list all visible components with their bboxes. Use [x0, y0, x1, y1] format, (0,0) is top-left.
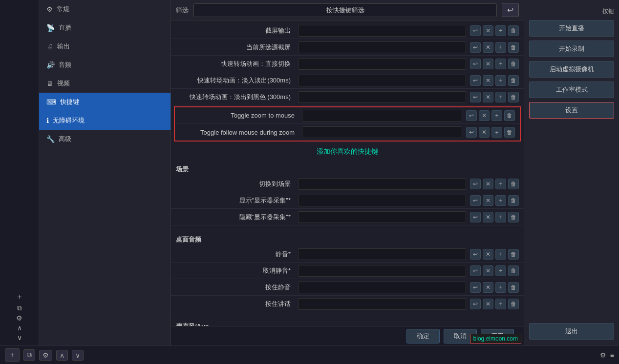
nav-hotkeys[interactable]: ⌨ 快捷键: [39, 93, 171, 111]
toolbar-copy-btn[interactable]: ⧉: [23, 349, 35, 361]
toolbar-down-btn[interactable]: ∨: [72, 350, 84, 361]
shortcut-key-push-talk[interactable]: [298, 298, 466, 310]
toolbar-menu-icon[interactable]: ≡: [610, 351, 614, 359]
nav-accessibility[interactable]: ℹ 无障碍环境: [39, 111, 171, 130]
add-btn-12[interactable]: ＋: [495, 265, 506, 276]
reset-btn-4[interactable]: ↩: [470, 75, 481, 86]
shortcut-key-transition-fade[interactable]: [298, 75, 466, 86]
sidebar-add-btn[interactable]: ＋: [16, 292, 23, 302]
shortcut-key-source-screenshot[interactable]: [298, 41, 466, 53]
reset-btn[interactable]: ↩: [470, 25, 481, 36]
reset-btn-13[interactable]: ↩: [470, 282, 481, 293]
reset-btn-10[interactable]: ↩: [470, 212, 481, 222]
toolbar-gear-btn[interactable]: ⚙: [39, 350, 52, 361]
nav-audio[interactable]: 🔊 音频: [39, 56, 171, 74]
add-btn-7[interactable]: ＋: [491, 127, 502, 138]
add-btn-9[interactable]: ＋: [495, 195, 506, 206]
delete-btn-3[interactable]: 🗑: [508, 59, 519, 69]
reset-btn-3[interactable]: ↩: [470, 59, 481, 69]
nav-output[interactable]: 🖨 输出: [39, 37, 171, 56]
toolbar-up-btn[interactable]: ∧: [56, 350, 68, 361]
shortcut-key-screenshot-output[interactable]: [298, 25, 466, 37]
clear-btn-10[interactable]: ✕: [483, 212, 493, 222]
clear-btn-5[interactable]: ✕: [483, 92, 493, 102]
reset-btn-11[interactable]: ↩: [470, 249, 481, 260]
shortcut-key-hide-display[interactable]: [298, 211, 466, 223]
reset-btn-14[interactable]: ↩: [470, 299, 481, 309]
delete-btn-10[interactable]: 🗑: [508, 212, 519, 222]
shortcut-key-transition-black[interactable]: [298, 91, 466, 103]
reset-btn-9[interactable]: ↩: [470, 195, 481, 206]
start-stream-btn[interactable]: 开始直播: [529, 20, 614, 37]
add-shortcut-label[interactable]: 添加你喜欢的快捷键: [171, 142, 524, 161]
reset-btn-5[interactable]: ↩: [470, 92, 481, 102]
clear-btn-8[interactable]: ✕: [483, 179, 493, 189]
shortcut-key-push-mute[interactable]: [298, 282, 466, 293]
delete-btn-9[interactable]: 🗑: [508, 195, 519, 206]
sidebar-up-btn[interactable]: ∧: [17, 324, 22, 332]
sidebar-copy-btn[interactable]: ⧉: [17, 304, 22, 312]
delete-btn-6[interactable]: 🗑: [504, 110, 515, 121]
confirm-button[interactable]: 确定: [406, 329, 440, 344]
back-button[interactable]: ↩: [502, 3, 519, 17]
add-btn-2[interactable]: ＋: [495, 42, 506, 53]
delete-btn-13[interactable]: 🗑: [508, 282, 519, 293]
add-btn-11[interactable]: ＋: [495, 249, 506, 260]
nav-stream[interactable]: 📡 直播: [39, 19, 171, 37]
clear-btn-2[interactable]: ✕: [483, 42, 493, 53]
clear-btn-9[interactable]: ✕: [483, 195, 493, 206]
settings-btn[interactable]: 设置: [529, 102, 614, 119]
nav-general[interactable]: ⚙ 常规: [39, 0, 171, 19]
delete-btn-12[interactable]: 🗑: [508, 265, 519, 276]
reset-btn-12[interactable]: ↩: [470, 265, 481, 276]
clear-btn-11[interactable]: ✕: [483, 249, 493, 260]
exit-btn[interactable]: 退出: [529, 323, 614, 340]
delete-btn-8[interactable]: 🗑: [508, 179, 519, 189]
delete-btn[interactable]: 🗑: [508, 25, 519, 36]
delete-btn-11[interactable]: 🗑: [508, 249, 519, 260]
shortcut-key-transition-direct[interactable]: [298, 58, 466, 70]
clear-btn[interactable]: ✕: [483, 25, 493, 36]
add-btn-5[interactable]: ＋: [495, 92, 506, 102]
add-btn-10[interactable]: ＋: [495, 212, 506, 222]
studio-mode-btn[interactable]: 工作室模式: [529, 81, 614, 98]
start-record-btn[interactable]: 开始录制: [529, 40, 614, 57]
delete-btn-2[interactable]: 🗑: [508, 42, 519, 53]
delete-btn-5[interactable]: 🗑: [508, 92, 519, 102]
add-btn-4[interactable]: ＋: [495, 75, 506, 86]
clear-btn-13[interactable]: ✕: [483, 282, 493, 293]
reset-btn-6[interactable]: ↩: [466, 110, 477, 121]
reset-btn-2[interactable]: ↩: [470, 42, 481, 53]
delete-btn-4[interactable]: 🗑: [508, 75, 519, 86]
sidebar-settings-btn[interactable]: ⚙: [16, 314, 22, 322]
add-btn[interactable]: ＋: [495, 25, 506, 36]
add-btn-13[interactable]: ＋: [495, 282, 506, 293]
add-btn-14[interactable]: ＋: [495, 299, 506, 309]
nav-video[interactable]: 🖥 视频: [39, 74, 171, 93]
toolbar-add-btn[interactable]: ＋: [5, 348, 20, 362]
shortcut-key-unmute[interactable]: [298, 265, 466, 277]
shortcut-key-mute[interactable]: [298, 248, 466, 260]
clear-btn-14[interactable]: ✕: [483, 299, 493, 309]
delete-btn-7[interactable]: 🗑: [504, 127, 515, 138]
reset-btn-8[interactable]: ↩: [470, 179, 481, 189]
filter-input[interactable]: 按快捷键筛选: [193, 3, 497, 17]
delete-btn-14[interactable]: 🗑: [508, 299, 519, 309]
nav-advanced[interactable]: 🔧 高级: [39, 130, 171, 148]
clear-btn-6[interactable]: ✕: [479, 110, 490, 121]
clear-btn-3[interactable]: ✕: [483, 59, 493, 69]
add-btn-6[interactable]: ＋: [491, 110, 502, 121]
shortcut-key-switch-scene[interactable]: [298, 178, 466, 190]
start-virtual-cam-btn[interactable]: 启动虚拟摄像机: [529, 61, 614, 78]
shortcut-key-show-display[interactable]: [298, 195, 466, 206]
reset-btn-7[interactable]: ↩: [466, 127, 477, 138]
shortcut-key-toggle-zoom[interactable]: [302, 110, 462, 121]
clear-btn-4[interactable]: ✕: [483, 75, 493, 86]
sidebar-down-btn[interactable]: ∨: [17, 334, 22, 342]
clear-btn-7[interactable]: ✕: [479, 127, 490, 138]
add-btn-8[interactable]: ＋: [495, 179, 506, 189]
clear-btn-12[interactable]: ✕: [483, 265, 493, 276]
toolbar-settings-icon[interactable]: ⚙: [600, 351, 606, 359]
add-btn-3[interactable]: ＋: [495, 59, 506, 69]
shortcut-key-follow-mouse[interactable]: [302, 126, 462, 138]
